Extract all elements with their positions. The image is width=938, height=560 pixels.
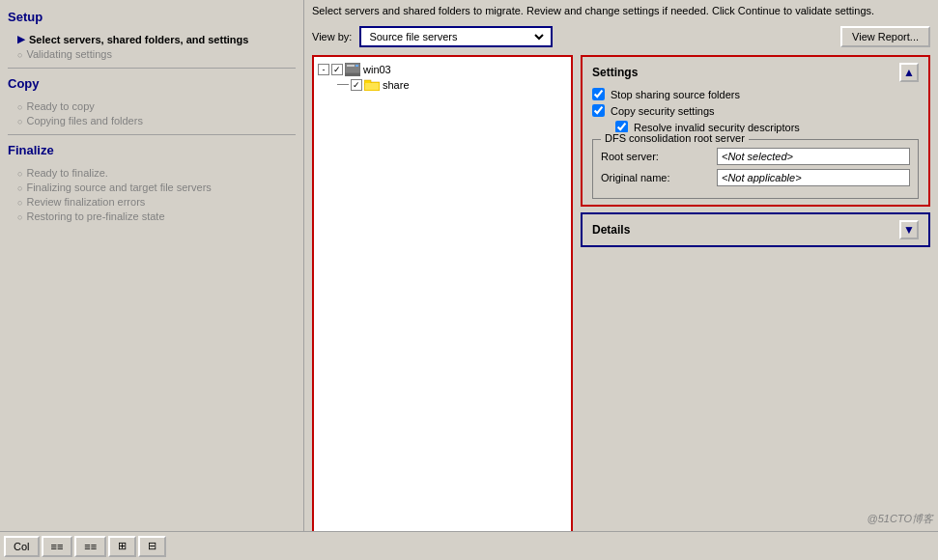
view-by-row: View by: Source file servers Target file… bbox=[312, 26, 930, 47]
finalize-title: Finalize bbox=[8, 143, 54, 157]
divider-1 bbox=[8, 68, 296, 69]
description-text: Select servers and shared folders to mig… bbox=[312, 4, 930, 18]
view-report-button[interactable]: View Report... bbox=[840, 26, 930, 47]
settings-collapse-button[interactable]: ▲ bbox=[899, 63, 919, 82]
collapse-up-icon: ▲ bbox=[903, 66, 915, 79]
server-label[interactable]: win03 bbox=[363, 64, 391, 75]
stop-sharing-label: Stop sharing source folders bbox=[611, 89, 740, 100]
details-collapse-button[interactable]: ▼ bbox=[899, 220, 919, 239]
setup-section-header: Setup bbox=[8, 10, 296, 30]
sidebar-item-label: Ready to copy bbox=[26, 100, 94, 112]
share-checkbox[interactable] bbox=[351, 79, 362, 91]
resolve-invalid-label: Resolve invalid security descriptors bbox=[634, 122, 800, 133]
sidebar-item-review-errors[interactable]: ○ Review finalization errors bbox=[17, 196, 296, 208]
finalize-section-header: Finalize bbox=[8, 143, 296, 163]
settings-title: Settings bbox=[592, 66, 638, 79]
settings-panel: Settings ▲ Stop sharing source folders C… bbox=[581, 55, 930, 552]
divider-2 bbox=[8, 134, 296, 135]
folder-icon bbox=[364, 78, 380, 91]
sidebar-item-validating[interactable]: ○ Validating settings bbox=[17, 48, 296, 60]
details-header: Details ▼ bbox=[592, 220, 919, 239]
dfs-group-legend: DFS consolidation root server bbox=[601, 132, 749, 144]
setup-title: Setup bbox=[8, 10, 43, 24]
dfs-original-value[interactable]: <Not applicable> bbox=[717, 169, 910, 186]
taskbar-btn-col[interactable]: Col bbox=[4, 536, 40, 557]
sidebar-item-label: Restoring to pre-finalize state bbox=[26, 210, 164, 222]
svg-rect-6 bbox=[365, 83, 379, 90]
svg-rect-3 bbox=[345, 73, 360, 76]
sidebar-item-copying-files[interactable]: ○ Copying files and folders bbox=[17, 115, 296, 126]
svg-rect-1 bbox=[347, 65, 355, 67]
svg-rect-0 bbox=[345, 63, 360, 73]
bullet-icon: ○ bbox=[17, 183, 22, 193]
bullet-icon: ○ bbox=[17, 117, 22, 126]
copy-security-row: Copy security settings bbox=[592, 104, 919, 117]
tree-panel[interactable]: - win03 bbox=[312, 55, 573, 552]
tree-share-row[interactable]: share bbox=[337, 78, 567, 91]
sidebar-item-label: Copying files and folders bbox=[26, 115, 142, 126]
server-icon bbox=[345, 63, 360, 76]
sidebar-item-finalizing[interactable]: ○ Finalizing source and target file serv… bbox=[17, 182, 296, 193]
svg-rect-2 bbox=[355, 65, 358, 67]
sidebar-item-select-servers[interactable]: ▶ Select servers, shared folders, and se… bbox=[17, 34, 296, 45]
share-label[interactable]: share bbox=[383, 79, 410, 91]
taskbar-btn-list2[interactable]: ≡≡ bbox=[74, 536, 106, 557]
sidebar-item-label: Validating settings bbox=[26, 48, 111, 60]
setup-section: Setup ▶ Select servers, shared folders, … bbox=[8, 10, 296, 60]
sidebar-item-ready-finalize[interactable]: ○ Ready to finalize. bbox=[17, 167, 296, 179]
watermark: @51CTO博客 bbox=[867, 512, 933, 526]
settings-box: Settings ▲ Stop sharing source folders C… bbox=[581, 55, 930, 207]
copy-section-header: Copy bbox=[8, 76, 296, 97]
tree-server-row[interactable]: - win03 bbox=[318, 63, 567, 76]
copy-security-label: Copy security settings bbox=[611, 105, 715, 117]
stop-sharing-row: Stop sharing source folders bbox=[592, 88, 919, 100]
sidebar-item-ready-copy[interactable]: ○ Ready to copy bbox=[17, 100, 296, 112]
sidebar-item-restoring[interactable]: ○ Restoring to pre-finalize state bbox=[17, 210, 296, 222]
view-by-select[interactable]: Source file servers Target file servers … bbox=[365, 30, 547, 43]
taskbar-btn-grid2[interactable]: ⊟ bbox=[138, 536, 166, 557]
dfs-original-row: Original name: <Not applicable> bbox=[601, 169, 910, 186]
bullet-icon: ○ bbox=[17, 169, 22, 179]
dfs-group: DFS consolidation root server Root serve… bbox=[592, 139, 919, 199]
copy-security-checkbox[interactable] bbox=[592, 104, 605, 117]
content-area: Select servers and shared folders to mig… bbox=[304, 0, 938, 560]
finalize-section: Finalize ○ Ready to finalize. ○ Finalizi… bbox=[8, 143, 296, 222]
tree-item-share[interactable]: share bbox=[337, 78, 567, 91]
details-box: Details ▼ bbox=[581, 212, 930, 247]
copy-section: Copy ○ Ready to copy ○ Copying files and… bbox=[8, 76, 296, 126]
sidebar-item-label: Select servers, shared folders, and sett… bbox=[29, 34, 248, 45]
taskbar-btn-grid1[interactable]: ⊞ bbox=[108, 536, 136, 557]
expand-icon[interactable]: - bbox=[318, 64, 329, 75]
sidebar-item-label: Ready to finalize. bbox=[26, 167, 107, 179]
dfs-root-value[interactable]: <Not selected> bbox=[717, 148, 910, 165]
sidebar-item-label: Review finalization errors bbox=[26, 196, 145, 208]
sidebar-item-label: Finalizing source and target file server… bbox=[26, 182, 211, 193]
server-checkbox[interactable] bbox=[331, 64, 343, 75]
settings-header: Settings ▲ bbox=[592, 63, 919, 82]
bullet-icon: ○ bbox=[17, 102, 22, 112]
taskbar-btn-list1[interactable]: ≡≡ bbox=[42, 536, 73, 557]
dfs-root-label: Root server: bbox=[601, 151, 717, 162]
view-by-dropdown[interactable]: Source file servers Target file servers … bbox=[359, 26, 553, 47]
copy-title: Copy bbox=[8, 76, 40, 91]
arrow-icon: ▶ bbox=[17, 34, 25, 44]
collapse-down-icon: ▼ bbox=[903, 223, 915, 237]
view-by-label: View by: bbox=[312, 31, 352, 42]
bullet-icon: ○ bbox=[17, 198, 22, 208]
bullet-icon: ○ bbox=[17, 212, 22, 222]
bullet-icon: ○ bbox=[17, 50, 22, 60]
dfs-root-row: Root server: <Not selected> bbox=[601, 148, 910, 165]
dfs-original-label: Original name: bbox=[601, 172, 717, 183]
details-title: Details bbox=[592, 223, 630, 237]
stop-sharing-checkbox[interactable] bbox=[592, 88, 605, 100]
main-panels: - win03 bbox=[312, 55, 930, 552]
sidebar: Setup ▶ Select servers, shared folders, … bbox=[0, 0, 304, 560]
bottom-bar: Col ≡≡ ≡≡ ⊞ ⊟ bbox=[0, 531, 938, 560]
